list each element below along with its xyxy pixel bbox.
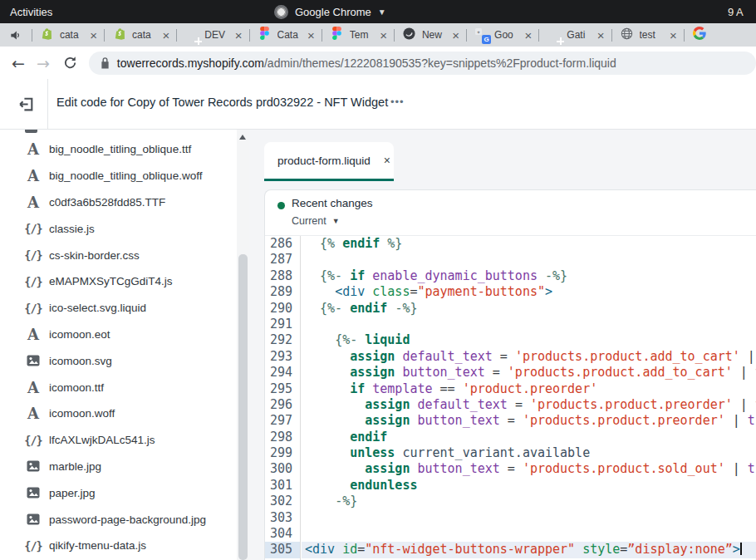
- line-number: 301: [265, 478, 300, 494]
- code-file-icon: {/}: [22, 248, 44, 262]
- file-item[interactable]: password-page-background.jpg: [0, 506, 236, 533]
- line-number: 297: [265, 413, 300, 429]
- browser-tab-strip: cata×cata×DEV×Cata×Tem×New×G✦Goo×Gati×te…: [0, 23, 756, 47]
- file-name: icomoon.ttf: [49, 381, 104, 394]
- code-editor-region: product-form.liquid × Recent changes Cur…: [249, 130, 756, 560]
- google-icon: [693, 27, 706, 43]
- font-file-icon: A: [22, 194, 44, 211]
- browser-tab[interactable]: Tem×: [322, 23, 394, 47]
- file-item[interactable]: Aicomoon.eot: [0, 322, 236, 348]
- file-item[interactable]: {/}ico-select.svg.liquid: [0, 295, 236, 322]
- code-line: [302, 317, 756, 332]
- file-item[interactable]: marble.jpg: [0, 454, 236, 480]
- url-path: /admin/themes/122208190535?key=snippets%…: [264, 56, 616, 70]
- exit-code-editor-button[interactable]: [15, 93, 37, 115]
- activities-button[interactable]: Activities: [10, 6, 52, 18]
- close-icon[interactable]: ×: [380, 29, 387, 42]
- file-item[interactable]: Aicomoon.ttf: [0, 374, 236, 400]
- line-number: 300: [265, 461, 300, 477]
- browser-tab[interactable]: [685, 23, 756, 47]
- back-button[interactable]: ←: [12, 54, 25, 72]
- close-icon[interactable]: ×: [307, 29, 315, 42]
- code-editor[interactable]: 2862872882892902912922932942952962972982…: [265, 236, 756, 560]
- system-clock[interactable]: 9 A: [728, 6, 756, 18]
- tab-title: New: [422, 29, 446, 41]
- browser-tab[interactable]: New×: [395, 23, 466, 47]
- chevron-down-icon: ▼: [332, 217, 340, 225]
- code-line: assign button_text = 'products.product.p…: [302, 413, 756, 429]
- font-file-icon: A: [22, 167, 44, 184]
- line-number: 305: [265, 542, 300, 558]
- browser-tab[interactable]: DEV×: [177, 23, 248, 47]
- code-file-icon: {/}: [22, 275, 44, 288]
- close-icon[interactable]: ×: [525, 29, 533, 42]
- close-icon[interactable]: ×: [597, 29, 605, 42]
- close-icon[interactable]: ×: [163, 29, 170, 42]
- reload-button[interactable]: [63, 56, 77, 70]
- file-sidebar: Abig_noodle_titling_oblique.ttfAbig_nood…: [0, 130, 249, 560]
- file-item[interactable]: {/}lfcAXLwjkDALc541.js: [0, 427, 236, 454]
- file-name: big_noodle_titling_oblique.woff: [49, 169, 202, 182]
- lock-icon[interactable]: [101, 57, 110, 69]
- figma-icon: [260, 27, 269, 43]
- file-item[interactable]: Abig_noodle_titling_oblique.woff: [0, 163, 236, 189]
- file-item[interactable]: Ac0df3a6b528fdd85.TTF: [0, 189, 236, 216]
- line-number: 295: [265, 381, 300, 397]
- code-line: [302, 252, 756, 268]
- file-item[interactable]: icomoon.svg: [0, 347, 236, 374]
- file-item[interactable]: {/}cs-skin-border.css: [0, 242, 236, 268]
- code-line: [302, 526, 756, 542]
- divider: [47, 79, 48, 129]
- chevron-down-icon: ▼: [378, 7, 386, 17]
- browser-tab[interactable]: Gati×: [539, 23, 611, 47]
- scroll-up-arrow-icon[interactable]: [239, 135, 246, 140]
- file-item[interactable]: paper.jpg: [0, 479, 236, 506]
- code-file-icon: {/}: [22, 434, 44, 447]
- font-file-icon: A: [22, 326, 44, 343]
- line-number: 294: [265, 365, 300, 381]
- version-dropdown[interactable]: Current ▼: [292, 215, 340, 227]
- more-actions-button[interactable]: •••: [385, 91, 410, 113]
- tab-title: cata: [60, 29, 84, 41]
- recent-changes-bar: Recent changes Current ▼: [265, 190, 756, 236]
- close-icon[interactable]: ×: [452, 29, 459, 42]
- code-line: unless current_variant.available: [302, 445, 756, 461]
- editor-tab-label: product-form.liquid: [277, 155, 371, 167]
- shopify-icon: [114, 27, 126, 43]
- version-label: Current: [292, 215, 326, 227]
- file-name: icomoon.svg: [49, 355, 112, 367]
- line-number: 290: [265, 301, 300, 317]
- app-menu[interactable]: Google Chrome ▼: [274, 5, 386, 19]
- recent-changes-label: Recent changes: [292, 197, 373, 209]
- code-lines: {% endif %} {%- if enable_dynamic_button…: [302, 236, 756, 560]
- line-number: 288: [265, 268, 300, 284]
- editor-file-tab[interactable]: product-form.liquid ×: [264, 142, 394, 179]
- code-line: assign button_text = 'products.product.a…: [302, 365, 756, 381]
- scrollbar-thumb[interactable]: [238, 254, 248, 560]
- file-item[interactable]: {/}qikify-tmenu-data.js: [0, 533, 236, 559]
- browser-tab[interactable]: cata×: [105, 23, 176, 47]
- address-bar[interactable]: towerrecords.myshopify.com/admin/themes/…: [89, 52, 756, 75]
- image-file-icon: [22, 513, 44, 525]
- code-line: {%- endif -%}: [302, 301, 756, 317]
- browser-tab[interactable]: cata×: [32, 23, 104, 47]
- code-file-icon: {/}: [22, 539, 44, 553]
- file-item[interactable]: {/}classie.js: [0, 215, 236, 242]
- browser-tab[interactable]: G✦Goo×: [467, 23, 538, 47]
- code-line: endunless: [302, 478, 756, 494]
- sidebar-scrollbar[interactable]: [237, 130, 249, 560]
- file-name: classie.js: [49, 223, 95, 235]
- browser-tab[interactable]: Cata×: [250, 23, 322, 47]
- close-icon[interactable]: ×: [235, 29, 243, 42]
- browser-tab[interactable]: test×: [612, 23, 684, 47]
- close-tab-icon[interactable]: ×: [384, 154, 390, 167]
- file-item[interactable]: Abig_noodle_titling_oblique.ttf: [0, 136, 236, 163]
- tab-title: Gati: [567, 29, 591, 41]
- file-name: qikify-tmenu-data.js: [49, 539, 146, 552]
- file-item[interactable]: {/}eMAPMXSyTCgGdiT4.js: [0, 268, 236, 295]
- close-icon[interactable]: ×: [670, 29, 677, 42]
- file-item[interactable]: Aicomoon.woff: [0, 400, 236, 427]
- close-icon[interactable]: ×: [90, 29, 97, 42]
- forward-button: →: [37, 54, 50, 72]
- active-tab-underline: [264, 179, 394, 181]
